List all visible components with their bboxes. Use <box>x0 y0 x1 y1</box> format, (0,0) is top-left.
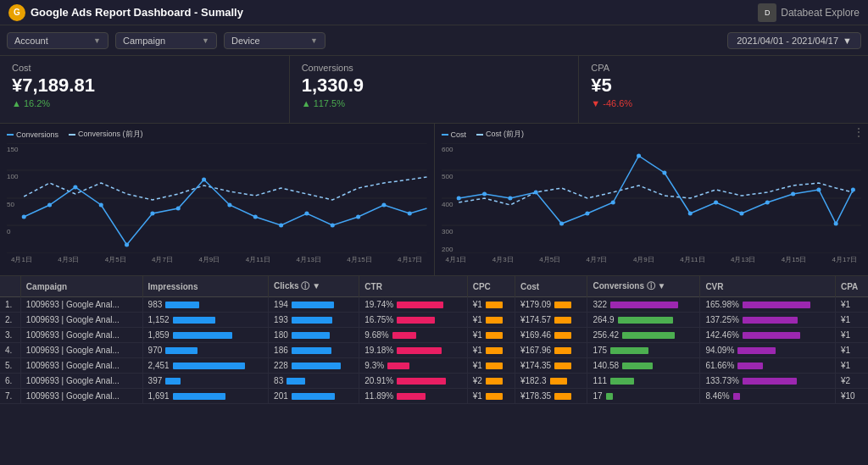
svg-point-22 <box>356 215 360 219</box>
x-label: 4月11日 <box>680 255 704 264</box>
device-label: Device <box>231 36 260 46</box>
campaign-dropdown[interactable]: Campaign ▼ <box>115 32 217 49</box>
legend-label: Cost (前月) <box>486 129 524 140</box>
svg-point-13 <box>125 243 129 247</box>
cell-clicks: 180 <box>269 328 359 343</box>
cell-cpc: ¥1 <box>467 313 515 328</box>
x-label: 4月9日 <box>633 255 654 264</box>
svg-text:200: 200 <box>442 246 453 253</box>
cell-num: 1. <box>0 297 20 313</box>
date-arrow-icon: ▼ <box>843 36 852 46</box>
col-campaign[interactable]: Campaign <box>20 276 142 297</box>
conv-bar <box>610 347 648 354</box>
clicks-bar <box>292 317 332 324</box>
cell-clicks: 193 <box>269 313 359 328</box>
conv-bar <box>622 332 675 339</box>
svg-point-48 <box>791 192 795 197</box>
cell-cpa: ¥1 <box>835 343 868 358</box>
account-dropdown[interactable]: Account ▼ <box>7 32 108 49</box>
cell-cpa: ¥1 <box>835 328 868 343</box>
legend-item: Conversions <box>7 130 58 139</box>
svg-point-17 <box>227 203 231 208</box>
kpi-label-0: Cost <box>12 63 277 73</box>
cell-cost: ¥182.3 <box>515 374 587 389</box>
x-label: 4月7日 <box>587 255 608 264</box>
cell-cvr: 165.98% <box>700 297 836 313</box>
svg-text:50: 50 <box>7 201 15 208</box>
clicks-bar <box>292 347 331 354</box>
cell-cost: ¥179.09 <box>515 297 587 313</box>
brand-name: Databeat Explore <box>781 7 860 19</box>
impressions-bar <box>173 332 232 339</box>
cell-cvr: 61.66% <box>700 358 836 374</box>
date-range-picker[interactable]: 2021/04/01 - 2021/04/17 ▼ <box>727 32 861 49</box>
x-label: 4月15日 <box>782 255 806 264</box>
cell-clicks: 228 <box>269 358 359 374</box>
svg-point-51 <box>850 188 854 192</box>
col-cvr[interactable]: CVR <box>700 276 836 297</box>
kpi-arrow-2-icon <box>591 98 603 108</box>
col-cpa[interactable]: CPA <box>835 276 868 297</box>
cell-conversions: 322 <box>587 297 700 313</box>
col-ctr[interactable]: CTR <box>359 276 467 297</box>
col-impressions[interactable]: Impressions <box>142 276 269 297</box>
cell-impressions: 970 <box>142 343 269 358</box>
cost-bar <box>554 332 571 339</box>
col-clicks[interactable]: Clicks ⓘ ▼ <box>269 276 359 297</box>
cost-bar <box>550 378 567 385</box>
x-label: 4月13日 <box>731 255 755 264</box>
col-cost[interactable]: Cost <box>515 276 587 297</box>
impressions-bar <box>173 363 245 369</box>
device-arrow-icon: ▼ <box>310 36 318 45</box>
svg-point-41 <box>610 201 615 205</box>
svg-point-43 <box>662 171 666 175</box>
x-label: 4月5日 <box>105 255 126 264</box>
cell-clicks: 83 <box>269 374 359 389</box>
clicks-bar <box>287 378 305 385</box>
account-arrow-icon: ▼ <box>93 36 101 45</box>
kpi-change-0: 16.2% <box>12 98 277 108</box>
svg-point-44 <box>687 212 692 216</box>
cell-cvr: 142.46% <box>700 328 836 343</box>
campaign-arrow-icon: ▼ <box>202 36 209 45</box>
cpc-bar <box>486 347 503 354</box>
cost-bar <box>554 317 571 324</box>
cell-ctr: 11.89% <box>359 389 467 404</box>
cell-cpc: ¥1 <box>467 389 515 404</box>
cell-cpa: ¥10 <box>835 389 868 404</box>
cell-cost: ¥174.57 <box>515 313 587 328</box>
more-options-icon[interactable]: ⋮ <box>853 125 865 139</box>
cell-num: 5. <box>0 358 20 374</box>
cell-clicks: 186 <box>269 343 359 358</box>
cell-num: 2. <box>0 313 20 328</box>
svg-point-12 <box>99 203 103 208</box>
kpi-card-1: Conversions 1,330.9 117.5% <box>290 56 580 123</box>
cvr-bar <box>737 363 763 369</box>
col-conversions[interactable]: Conversions ⓘ ▼ <box>587 276 700 297</box>
table-row: 3. 1009693 | Google Anal... 1,859 180 9.… <box>0 328 868 343</box>
clicks-bar <box>292 302 334 308</box>
cvr-bar <box>733 393 740 400</box>
svg-point-46 <box>739 212 743 216</box>
conversions-chart-svg: 150 100 50 0 <box>7 143 427 253</box>
col-cpc[interactable]: CPC <box>467 276 515 297</box>
svg-text:150: 150 <box>7 146 19 153</box>
x-label: 4月3日 <box>492 255 514 264</box>
cell-conversions: 264.9 <box>587 313 700 328</box>
legend-color-dot <box>7 134 14 136</box>
svg-point-15 <box>176 207 181 211</box>
kpi-change-1: 117.5% <box>302 98 567 108</box>
device-dropdown[interactable]: Device ▼ <box>224 32 326 49</box>
svg-point-36 <box>482 192 487 197</box>
cost-chart-container: CostCost (前月) ⋮ 600 500 400 300 200 <box>435 124 869 275</box>
svg-point-50 <box>833 222 837 226</box>
charts-row: ConversionsConversions (前月) 150 100 50 0 <box>0 124 868 276</box>
x-label: 4月17日 <box>398 255 422 264</box>
ctr-bar <box>397 393 426 400</box>
svg-point-39 <box>559 222 564 226</box>
kpi-change-2: -46.6% <box>591 98 856 108</box>
kpi-card-2: CPA ¥5 -46.6% <box>579 56 868 123</box>
cpc-bar <box>486 378 503 385</box>
table-header-row: Campaign Impressions Clicks ⓘ ▼ CTR CPC … <box>0 276 868 297</box>
conversions-chart-area: 150 100 50 0 <box>7 143 427 253</box>
